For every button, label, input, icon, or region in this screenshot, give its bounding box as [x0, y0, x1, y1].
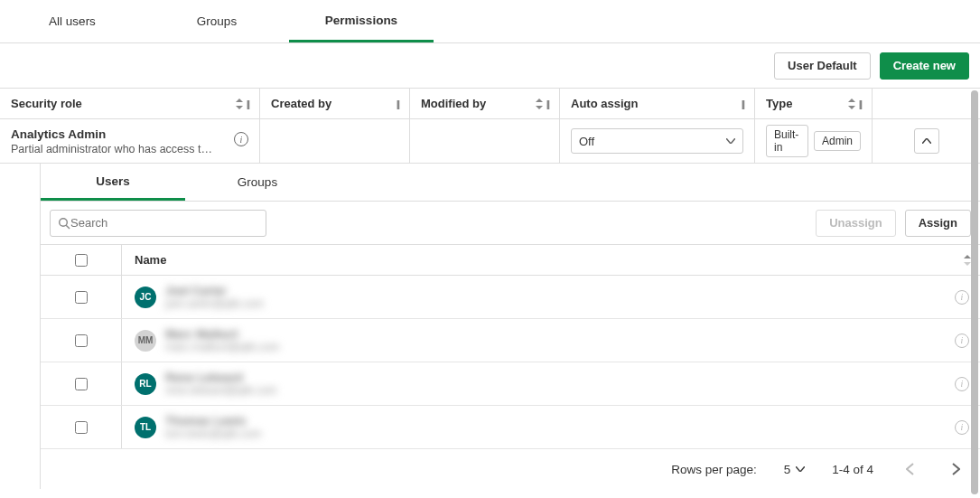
row-checkbox[interactable]	[75, 378, 88, 390]
avatar: TL	[135, 417, 156, 438]
type-cell: Built-in Admin	[755, 119, 873, 163]
col-security-role[interactable]: Security role ||	[0, 89, 260, 118]
user-email: rene.lebeard@qlik.com	[165, 384, 277, 397]
user-name: Thomas Lewis	[165, 414, 261, 428]
col-type[interactable]: Type ||	[755, 89, 873, 118]
role-name: Analytics Admin	[11, 127, 106, 141]
auto-assign-value: Off	[579, 135, 594, 148]
search-icon	[58, 217, 70, 230]
column-resize-handle[interactable]: ||	[397, 99, 398, 109]
user-default-button[interactable]: User Default	[774, 52, 871, 80]
select-all-cell	[41, 245, 122, 275]
search-box[interactable]	[50, 210, 266, 237]
user-name: Marc Malburt	[165, 327, 279, 341]
modified-by-cell	[410, 119, 560, 163]
sort-icon[interactable]: ||	[848, 99, 861, 109]
svg-line-1	[66, 225, 70, 229]
col-label: Modified by	[421, 97, 486, 110]
avatar: RL	[135, 373, 156, 395]
row-select-cell	[41, 362, 122, 405]
prev-page-button[interactable]	[901, 463, 919, 475]
column-headers: Security role || Created by || Modified …	[0, 89, 980, 119]
user-email: joel.carter@qlik.com	[165, 297, 264, 310]
info-icon[interactable]: i	[955, 334, 969, 348]
info-icon[interactable]: i	[955, 290, 969, 305]
tab-all-users[interactable]: All users	[0, 0, 145, 42]
rows-per-page-value: 5	[784, 463, 791, 476]
next-page-button[interactable]	[947, 463, 966, 475]
tab-groups[interactable]: Groups	[145, 0, 289, 42]
table-row: TL Thomas Lewis tom.lewis@qlik.com i	[41, 406, 980, 449]
column-resize-handle[interactable]: ||	[247, 99, 248, 109]
inner-toolbar: Unassign Assign	[41, 202, 980, 245]
user-cell[interactable]: MM Marc Malburt marc.malburt@qlik.com	[122, 327, 944, 353]
inner-tab-groups[interactable]: Groups	[185, 164, 330, 201]
info-icon[interactable]: i	[234, 132, 248, 146]
column-resize-handle[interactable]: ||	[742, 99, 743, 109]
top-tabs: All users Groups Permissions	[0, 0, 980, 43]
inner-tabs: Users Groups	[41, 164, 980, 202]
user-name: Rene Lebeard	[165, 371, 277, 384]
user-text: Rene Lebeard rene.lebeard@qlik.com	[165, 371, 277, 397]
chevron-down-icon	[726, 138, 735, 144]
user-cell[interactable]: JC Joel Carter joel.carter@qlik.com	[122, 284, 944, 310]
name-header[interactable]: Name	[122, 253, 955, 267]
column-resize-handle[interactable]: ||	[859, 99, 861, 109]
row-checkbox[interactable]	[75, 334, 88, 347]
table-row: JC Joel Carter joel.carter@qlik.com i	[41, 276, 980, 319]
auto-assign-cell: Off	[560, 119, 755, 163]
col-created-by[interactable]: Created by ||	[260, 89, 410, 118]
rows-per-page-select[interactable]: 5	[784, 463, 806, 476]
info-icon[interactable]: i	[955, 420, 969, 435]
table-header: Name	[41, 245, 980, 276]
type-chip: Admin	[814, 131, 861, 151]
collapse-button[interactable]	[914, 128, 939, 154]
col-auto-assign[interactable]: Auto assign ||	[560, 89, 755, 118]
search-input[interactable]	[70, 216, 258, 230]
role-title-cell: Analytics Admin Partial administrator wh…	[0, 119, 260, 163]
col-label: Type	[766, 97, 792, 110]
scrollbar[interactable]	[971, 90, 978, 494]
rows-per-page-label: Rows per page:	[671, 463, 757, 476]
user-email: tom.lewis@qlik.com	[165, 428, 261, 440]
row-select-cell	[41, 406, 122, 448]
info-icon[interactable]: i	[955, 377, 969, 391]
inner-tab-users[interactable]: Users	[41, 164, 185, 201]
assign-button[interactable]: Assign	[905, 210, 971, 237]
chevron-up-icon	[922, 138, 931, 144]
expand-cell	[873, 119, 980, 163]
table-row: RL Rene Lebeard rene.lebeard@qlik.com i	[41, 362, 980, 406]
row-checkbox[interactable]	[75, 291, 88, 304]
created-by-cell	[260, 119, 410, 163]
col-actions	[873, 89, 980, 118]
tab-permissions[interactable]: Permissions	[289, 0, 434, 42]
role-row: Analytics Admin Partial administrator wh…	[0, 119, 980, 164]
user-cell[interactable]: TL Thomas Lewis tom.lewis@qlik.com	[122, 414, 944, 440]
sort-icon[interactable]: ||	[536, 99, 548, 109]
page-range: 1-4 of 4	[832, 463, 873, 476]
col-label: Created by	[271, 97, 331, 110]
sort-icon[interactable]: ||	[236, 99, 248, 109]
user-email: marc.malburt@qlik.com	[165, 341, 279, 353]
chevron-down-icon	[796, 466, 805, 472]
user-text: Joel Carter joel.carter@qlik.com	[165, 284, 264, 310]
pager: Rows per page: 5 1-4 of 4	[41, 449, 980, 489]
role-description: Partial administrator who has access t…	[11, 143, 212, 155]
table-row: MM Marc Malburt marc.malburt@qlik.com i	[41, 319, 980, 362]
svg-point-0	[60, 218, 68, 226]
avatar: MM	[135, 330, 156, 352]
create-new-button[interactable]: Create new	[880, 52, 969, 80]
col-modified-by[interactable]: Modified by ||	[410, 89, 560, 118]
auto-assign-select[interactable]: Off	[571, 128, 743, 154]
row-checkbox[interactable]	[75, 421, 88, 434]
type-chip: Built-in	[766, 125, 808, 157]
user-text: Thomas Lewis tom.lewis@qlik.com	[165, 414, 261, 440]
column-resize-handle[interactable]: ||	[546, 99, 548, 109]
unassign-button[interactable]: Unassign	[816, 210, 896, 237]
select-all-checkbox[interactable]	[75, 254, 88, 267]
row-select-cell	[41, 319, 122, 362]
user-cell[interactable]: RL Rene Lebeard rene.lebeard@qlik.com	[122, 371, 944, 397]
name-header-label: Name	[135, 253, 166, 267]
col-label: Security role	[11, 97, 82, 110]
action-bar: User Default Create new	[0, 43, 980, 89]
